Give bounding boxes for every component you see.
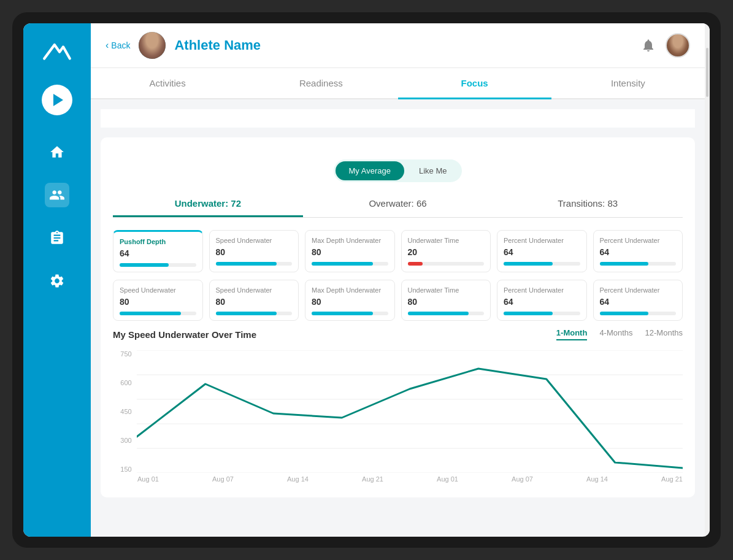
content-area: My Average Like Me Underwater: 72 Overwa… bbox=[91, 99, 705, 537]
metric-name: Underwater Time bbox=[408, 286, 485, 294]
app-logo bbox=[39, 36, 75, 66]
metric-card: Speed Underwater 80 bbox=[209, 230, 299, 272]
chart-area: 750 600 450 300 150 bbox=[113, 350, 683, 473]
metric-value: 20 bbox=[408, 247, 485, 257]
main-card: My Average Like Me Underwater: 72 Overwa… bbox=[101, 137, 695, 497]
metric-name: Pushoff Depth bbox=[120, 238, 196, 246]
tab-readiness[interactable]: Readiness bbox=[244, 68, 397, 98]
tab-focus[interactable]: Focus bbox=[398, 68, 551, 98]
athlete-avatar bbox=[139, 32, 166, 59]
metric-bar-fill bbox=[120, 312, 181, 315]
toggle-like-me[interactable]: Like Me bbox=[405, 161, 461, 180]
x-label: Aug 07 bbox=[512, 475, 533, 483]
metric-card: Underwater Time 20 bbox=[401, 230, 491, 272]
metric-bar-bg bbox=[504, 262, 580, 266]
metric-value: 80 bbox=[408, 297, 485, 307]
metric-value: 64 bbox=[600, 297, 677, 307]
metric-bar-fill bbox=[504, 312, 553, 315]
metric-card: Max Depth Underwater 80 bbox=[305, 280, 395, 321]
toggle-my-average[interactable]: My Average bbox=[336, 161, 404, 180]
metric-bar-bg bbox=[216, 262, 293, 266]
metric-bar-fill bbox=[216, 262, 277, 266]
play-button[interactable] bbox=[42, 85, 72, 115]
scrollbar[interactable] bbox=[705, 23, 710, 537]
time-filter-4months[interactable]: 4-Months bbox=[599, 328, 632, 340]
tab-intensity[interactable]: Intensity bbox=[551, 68, 705, 98]
back-button[interactable]: ‹ Back bbox=[106, 40, 130, 51]
metric-bar-fill bbox=[216, 312, 277, 315]
toggle-group: My Average Like Me bbox=[113, 159, 683, 182]
athlete-name: Athlete Name bbox=[174, 37, 631, 53]
metric-value: 80 bbox=[216, 247, 293, 257]
notification-bell-icon[interactable] bbox=[640, 37, 657, 54]
categories-bar: Underwater: 72 Overwater: 66 Transitions… bbox=[113, 192, 683, 218]
sidebar-nav bbox=[45, 140, 69, 524]
category-overwater[interactable]: Overwater: 66 bbox=[303, 192, 493, 217]
user-avatar[interactable] bbox=[666, 33, 690, 58]
metric-bar-fill bbox=[408, 262, 423, 266]
y-label: 150 bbox=[120, 466, 131, 473]
metric-name: Percent Underwater bbox=[600, 237, 677, 245]
metric-name: Max Depth Underwater bbox=[312, 286, 388, 294]
metric-bar-bg bbox=[216, 312, 293, 315]
metric-bar-bg bbox=[408, 262, 485, 266]
top-card bbox=[101, 109, 695, 128]
x-label: Aug 14 bbox=[287, 475, 309, 483]
metric-name: Max Depth Underwater bbox=[312, 237, 388, 245]
chart-container: 750 600 450 300 150 bbox=[113, 350, 683, 485]
metric-bar-fill bbox=[600, 262, 649, 266]
y-label: 750 bbox=[120, 350, 131, 358]
category-transitions[interactable]: Transitions: 83 bbox=[493, 192, 683, 217]
header-actions bbox=[640, 33, 690, 58]
x-label: Aug 14 bbox=[586, 475, 608, 483]
sidebar-item-clipboard[interactable] bbox=[45, 226, 69, 250]
metric-card: Underwater Time 80 bbox=[401, 280, 491, 321]
metric-value: 80 bbox=[216, 297, 293, 307]
metric-bar-fill bbox=[120, 263, 169, 267]
metric-card: Speed Underwater 80 bbox=[209, 280, 299, 321]
header: ‹ Back Athlete Name bbox=[91, 23, 705, 68]
metric-bar-fill bbox=[312, 312, 373, 315]
metric-name: Speed Underwater bbox=[120, 286, 196, 294]
back-chevron-icon: ‹ bbox=[106, 40, 109, 51]
x-label: Aug 21 bbox=[362, 475, 383, 483]
metric-value: 64 bbox=[120, 248, 196, 258]
category-underwater[interactable]: Underwater: 72 bbox=[113, 192, 303, 217]
chart-title: My Speed Underwater Over Time bbox=[113, 329, 256, 340]
metric-card: Pushoff Depth 64 bbox=[113, 230, 203, 272]
time-filter-1month[interactable]: 1-Month bbox=[556, 328, 588, 340]
metric-card: Percent Underwater 64 bbox=[593, 280, 683, 321]
time-filter-12months[interactable]: 12-Months bbox=[645, 328, 683, 340]
metric-card: Percent Underwater 64 bbox=[593, 230, 683, 272]
line-chart bbox=[137, 350, 683, 473]
sidebar-item-home[interactable] bbox=[45, 140, 69, 164]
x-label: Aug 07 bbox=[212, 475, 234, 483]
metric-value: 80 bbox=[312, 247, 388, 257]
metric-name: Percent Underwater bbox=[504, 237, 580, 245]
metric-bar-fill bbox=[312, 262, 373, 266]
metric-bar-bg bbox=[120, 263, 196, 267]
scrollbar-thumb[interactable] bbox=[706, 48, 708, 97]
x-label: Aug 01 bbox=[137, 475, 159, 483]
metric-name: Percent Underwater bbox=[504, 286, 580, 294]
metric-bar-fill bbox=[504, 262, 553, 266]
sidebar-item-settings[interactable] bbox=[45, 269, 69, 293]
metric-value: 64 bbox=[504, 247, 580, 257]
y-axis-labels: 750 600 450 300 150 bbox=[113, 350, 137, 473]
metric-bar-bg bbox=[312, 262, 388, 266]
x-axis-labels: Aug 01 Aug 07 Aug 14 Aug 21 Aug 01 Aug 0… bbox=[113, 475, 683, 483]
metric-name: Speed Underwater bbox=[216, 286, 293, 294]
metric-card: Max Depth Underwater 80 bbox=[305, 230, 395, 272]
metric-card: Speed Underwater 80 bbox=[113, 280, 203, 321]
metric-bar-bg bbox=[600, 312, 677, 315]
metrics-row-2: Speed Underwater 80 Speed Underwater 80 bbox=[113, 280, 683, 321]
back-label: Back bbox=[111, 40, 130, 50]
tab-activities[interactable]: Activities bbox=[91, 68, 244, 98]
metric-card: Percent Underwater 64 bbox=[497, 230, 587, 272]
metric-value: 64 bbox=[600, 247, 677, 257]
metric-bar-fill bbox=[408, 312, 469, 315]
sidebar-item-team[interactable] bbox=[45, 183, 69, 207]
metric-card: Percent Underwater 64 bbox=[497, 280, 587, 321]
metric-value: 64 bbox=[504, 297, 580, 307]
metrics-row-1: Pushoff Depth 64 Speed Underwater 80 bbox=[113, 230, 683, 272]
